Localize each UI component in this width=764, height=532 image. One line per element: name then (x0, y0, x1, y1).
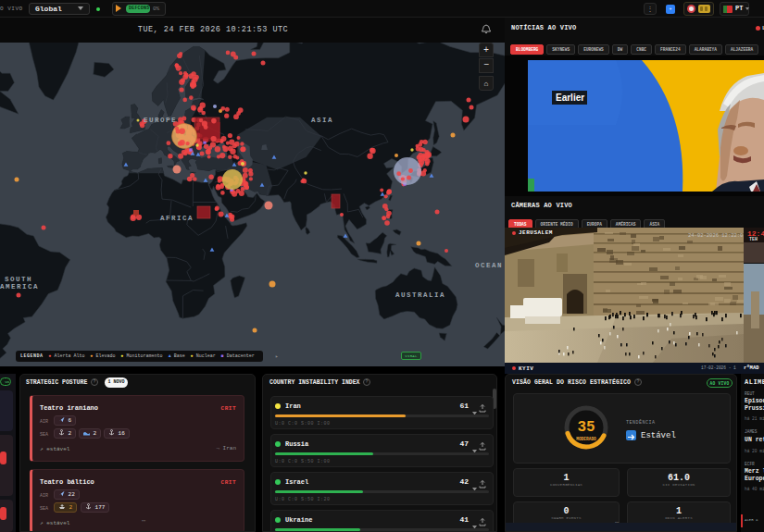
svg-text:MODERADO: MODERADO (576, 437, 596, 441)
svg-text:24-02-2026 12:22:0: 24-02-2026 12:22:0 (688, 232, 743, 239)
svg-text:Earlier: Earlier (556, 93, 584, 103)
svg-text:35: 35 (577, 419, 595, 436)
